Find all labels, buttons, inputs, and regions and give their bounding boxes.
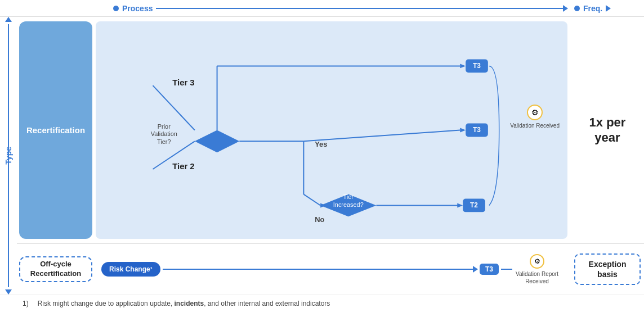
- svg-text:No: No: [315, 215, 324, 224]
- freq-label: Freq.: [583, 4, 602, 13]
- svg-marker-8: [460, 64, 466, 68]
- svg-marker-15: [460, 128, 466, 133]
- footnote-text: Risk might change due to application upd…: [38, 300, 330, 307]
- svg-text:Tier: Tier: [343, 193, 354, 200]
- svg-text:Yes: Yes: [315, 140, 327, 148]
- offcycle-flow: Risk Change¹ T3: [96, 247, 567, 291]
- dot-left: [113, 6, 119, 11]
- svg-text:Tier?: Tier?: [157, 138, 171, 145]
- dot-right: [574, 6, 580, 11]
- svg-text:T3: T3: [473, 62, 481, 70]
- type-label: Type: [4, 147, 13, 165]
- svg-text:Increased?: Increased?: [333, 201, 364, 208]
- svg-marker-23: [457, 203, 463, 207]
- risk-change-node: Risk Change¹: [101, 262, 160, 277]
- flow-diagram: Tier 3 Tier 2 Prior Validation Tier?: [96, 21, 567, 239]
- svg-text:Prior: Prior: [158, 123, 171, 130]
- freq-value: 1x per year: [589, 115, 626, 145]
- svg-line-28: [303, 194, 320, 206]
- validation-received-label: Validation Received: [510, 122, 560, 129]
- svg-text:Tier 2: Tier 2: [172, 162, 194, 171]
- footnote-number: 1): [23, 300, 29, 307]
- page-container: Process Freq. Type: [0, 0, 644, 317]
- svg-marker-2: [195, 130, 239, 153]
- validation-received: ⚙ Validation Received: [510, 105, 560, 129]
- footnote: 1) Risk might change due to application …: [0, 295, 644, 317]
- svg-text:Tier 3: Tier 3: [172, 78, 194, 87]
- svg-text:T2: T2: [470, 201, 478, 209]
- validation-report-label: Validation Report Received: [515, 270, 560, 285]
- svg-text:Validation: Validation: [151, 130, 177, 137]
- recertification-label: Recertification: [19, 21, 92, 239]
- svg-text:T3: T3: [473, 126, 481, 134]
- svg-line-14: [303, 130, 460, 142]
- offcycle-t3-badge: T3: [480, 264, 499, 275]
- validation-report-received: ⚙ Validation Report Received: [515, 254, 560, 285]
- process-label: Process: [122, 4, 153, 13]
- exception-basis-box: Exception basis: [574, 253, 641, 285]
- offcycle-label: Off-cycle Recertification: [19, 256, 92, 282]
